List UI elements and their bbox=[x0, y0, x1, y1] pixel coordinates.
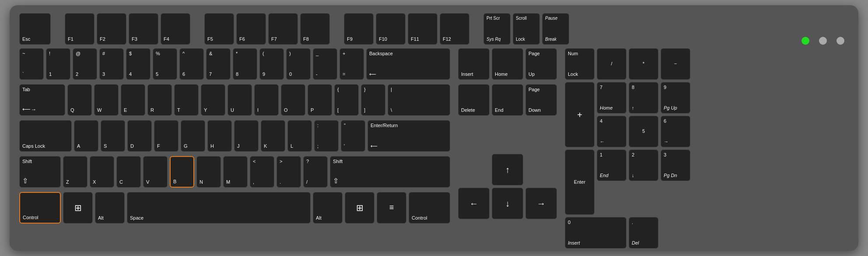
key-period[interactable]: >. bbox=[276, 156, 301, 188]
key-semicolon[interactable]: :; bbox=[314, 120, 339, 152]
key-f[interactable]: F bbox=[154, 120, 178, 152]
key-a[interactable]: A bbox=[74, 120, 98, 152]
key-j[interactable]: J bbox=[234, 120, 259, 152]
key-t[interactable]: T bbox=[174, 84, 199, 116]
key-f11[interactable]: F11 bbox=[408, 13, 438, 45]
key-rbracket[interactable]: }] bbox=[361, 84, 385, 116]
key-num-dot[interactable]: .Del bbox=[629, 217, 658, 249]
key-arrow-left[interactable]: ← bbox=[458, 188, 490, 219]
key-e[interactable]: E bbox=[121, 84, 145, 116]
key-m[interactable]: M bbox=[223, 156, 248, 188]
key-i[interactable]: I bbox=[254, 84, 279, 116]
key-l[interactable]: L bbox=[287, 120, 312, 152]
key-s[interactable]: S bbox=[101, 120, 125, 152]
key-alt-right[interactable]: Alt bbox=[313, 192, 343, 224]
key-o[interactable]: O bbox=[281, 84, 305, 116]
key-prt-scr[interactable]: Prt Scr Sys Rq bbox=[483, 13, 511, 45]
key-0[interactable]: )0 bbox=[286, 48, 311, 80]
key-2[interactable]: @2 bbox=[73, 48, 97, 80]
key-7[interactable]: &7 bbox=[206, 48, 231, 80]
key-5[interactable]: %5 bbox=[153, 48, 177, 80]
key-home[interactable]: Home bbox=[492, 48, 523, 80]
key-d[interactable]: D bbox=[127, 120, 152, 152]
key-scroll-lock[interactable]: Scroll Lock bbox=[513, 13, 540, 45]
key-u[interactable]: U bbox=[228, 84, 252, 116]
key-insert[interactable]: Insert bbox=[458, 48, 490, 80]
key-num-enter[interactable]: Enter bbox=[565, 149, 595, 215]
key-num-8[interactable]: 8↑ bbox=[629, 82, 658, 114]
key-x[interactable]: X bbox=[90, 156, 114, 188]
key-slash[interactable]: ?/ bbox=[303, 156, 328, 188]
key-backslash[interactable]: |\ bbox=[388, 84, 450, 116]
key-num-multiply[interactable]: * bbox=[629, 48, 658, 80]
key-caps-lock[interactable]: Caps Lock bbox=[19, 120, 72, 152]
key-num-0[interactable]: 0Insert bbox=[565, 217, 626, 249]
key-minus[interactable]: _- bbox=[313, 48, 337, 80]
key-9[interactable]: (9 bbox=[259, 48, 284, 80]
key-menu[interactable]: ≡ bbox=[377, 192, 406, 224]
key-num-4[interactable]: 4← bbox=[597, 116, 626, 147]
key-f2[interactable]: F2 bbox=[97, 13, 126, 45]
key-num-6[interactable]: 6→ bbox=[661, 116, 690, 147]
key-f5[interactable]: F5 bbox=[204, 13, 234, 45]
key-arrow-down[interactable]: ↓ bbox=[492, 188, 523, 219]
key-win-right[interactable]: ⊞ bbox=[345, 192, 374, 224]
key-pause[interactable]: Pause Break bbox=[542, 13, 569, 45]
key-win-left[interactable]: ⊞ bbox=[63, 192, 93, 224]
key-shift-right[interactable]: Shift ⇧ bbox=[330, 156, 450, 188]
key-backspace[interactable]: Backspace ⟵ bbox=[366, 48, 450, 80]
key-3[interactable]: #3 bbox=[99, 48, 124, 80]
key-8[interactable]: *8 bbox=[233, 48, 257, 80]
key-end[interactable]: End bbox=[492, 84, 523, 116]
key-quote[interactable]: "' bbox=[341, 120, 365, 152]
key-n[interactable]: N bbox=[196, 156, 221, 188]
key-f6[interactable]: F6 bbox=[236, 13, 266, 45]
key-c[interactable]: C bbox=[116, 156, 141, 188]
key-control-left[interactable]: Control bbox=[19, 192, 61, 224]
key-num-1[interactable]: 1End bbox=[597, 149, 626, 181]
key-w[interactable]: W bbox=[94, 84, 119, 116]
key-z[interactable]: Z bbox=[63, 156, 88, 188]
key-q[interactable]: Q bbox=[67, 84, 92, 116]
key-num-3[interactable]: 3Pg Dn bbox=[661, 149, 690, 181]
key-num-minus[interactable]: − bbox=[661, 48, 690, 80]
key-enter[interactable]: Enter/Return ⟵ bbox=[368, 120, 450, 152]
key-num-5[interactable]: 5 bbox=[629, 116, 658, 147]
key-f4[interactable]: F4 bbox=[161, 13, 190, 45]
key-k[interactable]: K bbox=[261, 120, 285, 152]
key-arrow-right[interactable]: → bbox=[525, 188, 557, 219]
key-1[interactable]: !1 bbox=[46, 48, 70, 80]
key-f8[interactable]: F8 bbox=[300, 13, 330, 45]
key-comma[interactable]: <, bbox=[250, 156, 274, 188]
key-page-down[interactable]: PageDown bbox=[525, 84, 557, 116]
key-num-slash[interactable]: / bbox=[597, 48, 626, 80]
key-f12[interactable]: F12 bbox=[440, 13, 469, 45]
key-r[interactable]: R bbox=[147, 84, 172, 116]
key-f7[interactable]: F7 bbox=[268, 13, 298, 45]
key-equals[interactable]: += bbox=[340, 48, 364, 80]
key-g[interactable]: G bbox=[181, 120, 205, 152]
key-f10[interactable]: F10 bbox=[376, 13, 406, 45]
key-arrow-up[interactable]: ↑ bbox=[492, 154, 523, 185]
key-delete[interactable]: Delete bbox=[458, 84, 490, 116]
key-num-2[interactable]: 2↓ bbox=[629, 149, 658, 181]
key-esc[interactable]: Esc bbox=[19, 13, 51, 45]
key-alt-left[interactable]: Alt bbox=[95, 192, 125, 224]
key-num-plus[interactable]: + bbox=[565, 82, 595, 147]
key-page-up[interactable]: PageUp bbox=[525, 48, 557, 80]
key-tab[interactable]: Tab ⟵→ bbox=[19, 84, 65, 116]
key-6[interactable]: ^6 bbox=[179, 48, 204, 80]
key-num-9[interactable]: 9Pg Up bbox=[661, 82, 690, 114]
key-num-7[interactable]: 7Home bbox=[597, 82, 626, 114]
key-lbracket[interactable]: {[ bbox=[334, 84, 359, 116]
key-y[interactable]: Y bbox=[201, 84, 225, 116]
key-f3[interactable]: F3 bbox=[129, 13, 158, 45]
key-p[interactable]: P bbox=[308, 84, 332, 116]
key-space[interactable]: Space bbox=[127, 192, 311, 224]
key-f9[interactable]: F9 bbox=[344, 13, 374, 45]
key-num-lock[interactable]: NumLock bbox=[565, 48, 595, 80]
key-b[interactable]: B bbox=[170, 156, 194, 188]
key-v[interactable]: V bbox=[143, 156, 168, 188]
key-h[interactable]: H bbox=[207, 120, 232, 152]
key-tilde[interactable]: ~ ` bbox=[19, 48, 44, 80]
